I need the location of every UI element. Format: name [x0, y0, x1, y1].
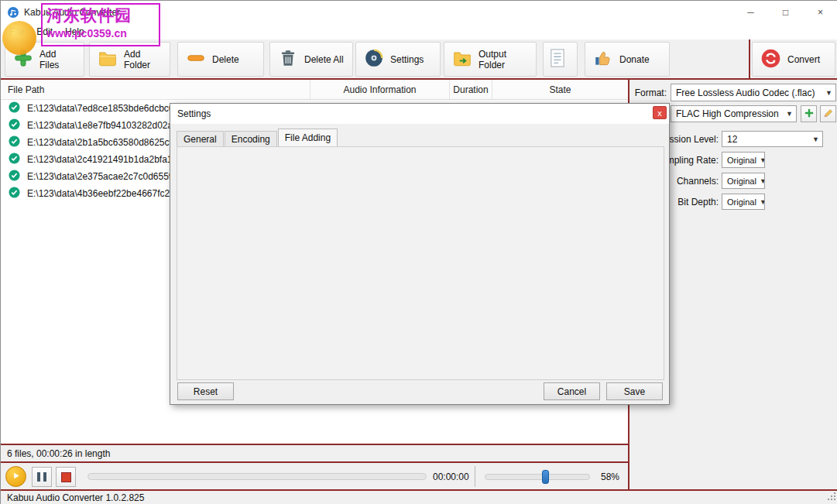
file-path: E:\123\data\7ed8ce1853bde6dcbc6f7	[27, 103, 182, 114]
add-preset-button[interactable]	[801, 105, 817, 122]
app-window: Kabuu Audio Converter ─ □ × File Edit He…	[0, 0, 837, 504]
player-bar: 00:00:00 58%	[1, 461, 628, 489]
column-header-audio-information[interactable]: Audio Information	[310, 80, 450, 99]
menu-bar: File Edit Help	[1, 24, 837, 39]
file-path: E:\123\data\2b1a5bc63580d8625cf24	[27, 137, 182, 148]
pause-icon	[37, 472, 40, 482]
volume-slider[interactable]	[485, 474, 590, 480]
bit-depth-select[interactable]: Original▼	[722, 194, 765, 210]
delete-all-button[interactable]: Delete All	[269, 42, 353, 77]
pencil-icon	[823, 108, 834, 121]
file-status-ok-icon	[9, 101, 20, 115]
file-path: E:\123\data\1e8e7fb94103282d02a4b	[27, 120, 184, 131]
chevron-down-icon: ▼	[760, 198, 765, 206]
volume-percent-label: 58%	[601, 471, 619, 482]
delete-button[interactable]: Delete	[177, 42, 264, 77]
add-files-icon	[13, 48, 33, 70]
tab-general[interactable]: General	[177, 131, 224, 146]
sampling-rate-value: Original	[727, 156, 756, 165]
summary-text: 6 files, 00:00:26 in length	[7, 448, 110, 459]
convert-button[interactable]: Convert	[752, 42, 835, 77]
volume-slider-handle[interactable]	[542, 470, 549, 484]
edit-preset-button[interactable]	[820, 105, 836, 122]
file-path: E:\123\data\2e375acae2c7c0d655935	[27, 171, 184, 182]
chevron-down-icon: ▼	[812, 135, 819, 143]
toolbar: Add Files Add Folder Delete Delete All S…	[1, 39, 837, 80]
sampling-rate-select[interactable]: Original▼	[722, 152, 765, 168]
toolbar-divider	[749, 39, 750, 78]
reset-button[interactable]: Reset	[177, 382, 234, 400]
channels-value: Original	[727, 177, 756, 186]
pause-button[interactable]	[32, 467, 52, 487]
file-status-ok-icon	[9, 118, 20, 132]
plus-icon	[804, 108, 815, 121]
play-button[interactable]	[5, 466, 26, 487]
file-status-ok-icon	[9, 153, 20, 166]
stop-icon	[61, 472, 71, 482]
resize-grip-icon[interactable]	[827, 492, 836, 503]
file-adding-tab-page	[177, 146, 664, 380]
file-status-ok-icon	[9, 135, 20, 149]
settings-dialog-close-button[interactable]: x	[653, 106, 667, 119]
status-text: Kabuu Audio Converter 1.0.2.825	[7, 492, 144, 503]
file-path: E:\123\data\2c41921491b1da2bfa1eb	[27, 154, 183, 165]
column-header-state[interactable]: State	[492, 80, 628, 99]
stop-button[interactable]	[56, 467, 76, 487]
chevron-down-icon: ▼	[760, 177, 765, 185]
blank-toolbar-button[interactable]	[543, 42, 578, 77]
title-bar: Kabuu Audio Converter ─ □ ×	[1, 1, 837, 24]
donate-button[interactable]: Donate	[585, 42, 670, 77]
column-header-file-path[interactable]: File Path	[1, 80, 310, 99]
tab-encoding[interactable]: Encoding	[225, 131, 277, 146]
close-button[interactable]: ×	[803, 1, 837, 24]
add-folder-label: Add Folder	[124, 49, 162, 70]
file-list-summary: 6 files, 00:00:26 in length	[1, 444, 628, 461]
preset-select[interactable]: FLAC High Compression▼	[671, 105, 797, 122]
column-header-duration[interactable]: Duration	[450, 80, 492, 99]
document-icon	[547, 47, 568, 71]
play-icon	[12, 471, 20, 482]
format-label: Format:	[629, 87, 667, 98]
donate-icon	[593, 48, 613, 70]
settings-label: Settings	[390, 54, 424, 65]
settings-dialog: Settings x General Encoding File Adding …	[170, 103, 670, 405]
player-divider	[475, 466, 475, 487]
delete-label: Delete	[212, 54, 239, 65]
convert-icon	[760, 48, 781, 71]
donate-label: Donate	[619, 54, 650, 65]
chevron-down-icon: ▼	[825, 89, 832, 97]
menu-file[interactable]: File	[3, 24, 30, 39]
chevron-down-icon: ▼	[786, 110, 793, 118]
menu-help[interactable]: Help	[59, 24, 91, 39]
maximize-button[interactable]: □	[768, 1, 803, 24]
add-folder-icon	[98, 48, 118, 70]
menu-edit[interactable]: Edit	[30, 24, 59, 39]
channels-select[interactable]: Original▼	[722, 173, 765, 189]
seek-slider[interactable]	[87, 473, 427, 480]
app-icon	[7, 6, 19, 19]
output-folder-button[interactable]: Output Folder	[444, 42, 537, 77]
settings-button[interactable]: Settings	[355, 42, 441, 77]
cancel-button[interactable]: Cancel	[544, 382, 600, 400]
settings-dialog-title: Settings	[177, 108, 211, 119]
convert-label: Convert	[787, 54, 820, 65]
settings-tabs: General Encoding File Adding	[177, 131, 338, 146]
format-select[interactable]: Free Lossless Audio Codec (.flac)▼	[671, 84, 836, 101]
tab-file-adding[interactable]: File Adding	[278, 129, 338, 146]
status-bar: Kabuu Audio Converter 1.0.2.825	[1, 489, 837, 504]
file-list-header: File Path Audio Information Duration Sta…	[1, 80, 628, 100]
format-value: Free Lossless Audio Codec (.flac)	[676, 87, 815, 98]
settings-dialog-titlebar: Settings	[170, 104, 669, 124]
file-path: E:\123\data\4b36eebf22be4667fc2f15	[27, 188, 183, 199]
compression-level-select[interactable]: 12▼	[722, 131, 823, 147]
add-files-button[interactable]: Add Files	[5, 42, 84, 77]
minimize-button[interactable]: ─	[733, 1, 768, 24]
save-button[interactable]: Save	[606, 382, 663, 400]
chevron-down-icon: ▼	[760, 156, 765, 164]
delete-all-icon	[278, 48, 298, 70]
add-folder-button[interactable]: Add Folder	[89, 42, 170, 77]
compression-level-value: 12	[727, 134, 737, 145]
delete-icon	[186, 48, 206, 70]
preset-value: FLAC High Compression	[676, 108, 779, 119]
settings-icon	[364, 48, 384, 70]
